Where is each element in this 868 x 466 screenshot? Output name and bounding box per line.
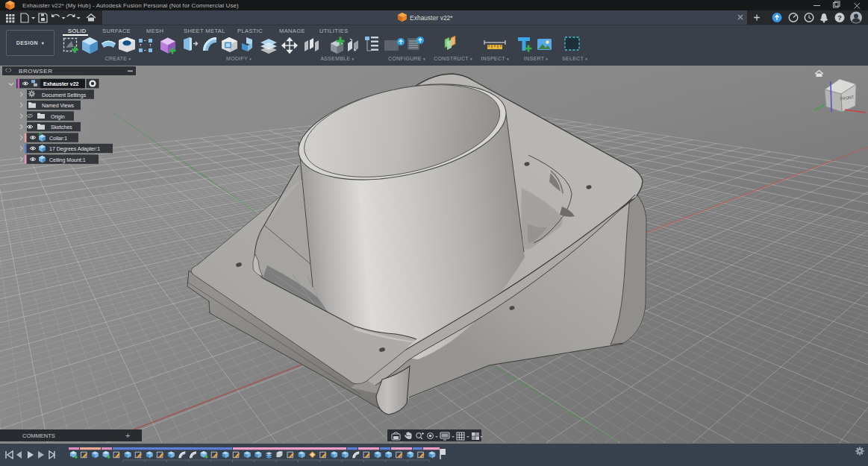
svg-text:Ceiling Mount:1: Ceiling Mount:1 bbox=[49, 157, 86, 163]
svg-text:Exhauster v22: Exhauster v22 bbox=[43, 81, 79, 86]
svg-text:Origin: Origin bbox=[51, 114, 65, 120]
svg-text:?: ? bbox=[837, 14, 842, 22]
svg-text:Sketches: Sketches bbox=[51, 125, 72, 130]
svg-text:Collar:1: Collar:1 bbox=[49, 136, 67, 141]
svg-text:Named Views: Named Views bbox=[42, 103, 75, 108]
svg-text:Document Settings: Document Settings bbox=[42, 92, 87, 98]
svg-text:17 Degrees Adapter:1: 17 Degrees Adapter:1 bbox=[49, 146, 100, 152]
